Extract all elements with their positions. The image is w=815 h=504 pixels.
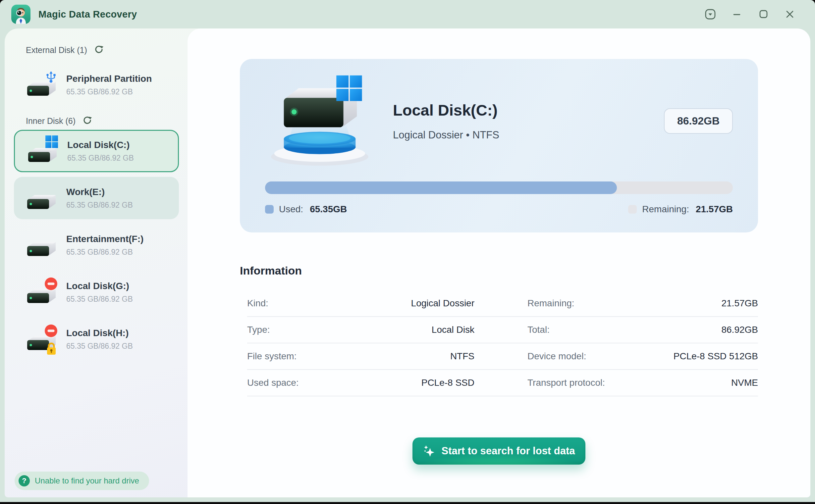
app-logo-icon [11, 5, 30, 24]
content-shell: External Disk (1) Peripheral Partition 6… [5, 28, 810, 497]
table-row: File system: NTFS Device model: PCLe-8 S… [247, 343, 758, 370]
help-find-drive-button[interactable]: ? Unable to find your hard drive [15, 472, 149, 490]
sparkles-icon [423, 445, 435, 457]
lock-icon [46, 342, 57, 356]
main-panel: Local Disk(C:) Logical Dossier • NTFS 86… [187, 28, 810, 497]
info-label: Device model: [528, 351, 631, 362]
information-heading: Information [240, 264, 758, 277]
start-search-label: Start to search for lost data [441, 445, 575, 457]
legend-used: Used: 65.35GB [265, 204, 347, 215]
capacity-badge[interactable]: 86.92GB [664, 108, 733, 134]
minimize-icon[interactable] [730, 8, 743, 21]
section-label: External Disk (1) [26, 45, 87, 55]
help-label: Unable to find your hard drive [35, 476, 139, 485]
menu-dropdown-icon[interactable] [704, 8, 717, 21]
drive-icon [25, 231, 60, 259]
info-label: File system: [247, 351, 330, 362]
used-swatch-icon [265, 205, 274, 214]
disk-capacity: 65.35 GB/86.92 GB [66, 295, 133, 304]
windows-icon [45, 135, 58, 148]
drive-icon [25, 184, 60, 212]
close-icon[interactable] [783, 8, 796, 21]
legend-remaining: Remaining: 21.57GB [628, 204, 733, 215]
disk-name: Local Disk(H:) [66, 328, 133, 338]
disk-name: Local Disk(G:) [66, 281, 133, 291]
remaining-value: 21.57GB [696, 204, 733, 215]
title-bar: Magic Data Recovery [0, 0, 815, 28]
table-row: Kind: Logical Dossier Remaining: 21.57GB [247, 290, 758, 317]
info-label: Transport protocol: [528, 378, 631, 388]
table-row: Type: Local Disk Total: 86.92GB [247, 317, 758, 343]
refresh-icon[interactable] [82, 115, 93, 126]
disk-subtitle: Logical Dossier • NTFS [393, 129, 499, 141]
sidebar: External Disk (1) Peripheral Partition 6… [5, 28, 187, 497]
info-value: PCLe-8 SSD [330, 378, 475, 388]
disk-summary-card: Local Disk(C:) Logical Dossier • NTFS 86… [240, 59, 758, 232]
section-external-disk: External Disk (1) [26, 44, 187, 56]
disk-capacity: 65.35 GB/86.92 GB [66, 342, 133, 351]
progress-fill [265, 181, 617, 194]
sidebar-item-entertainment-f[interactable]: Entertainment(F:) 65.35 GB/86.92 GB [14, 224, 179, 266]
remaining-label: Remaining: [642, 204, 689, 215]
refresh-icon[interactable] [94, 44, 105, 56]
disk-capacity: 65.35 GB/86.92 GB [66, 87, 152, 96]
drive-icon [25, 71, 60, 99]
info-value: Local Disk [330, 325, 475, 335]
section-inner-disk: Inner Disk (6) [26, 115, 187, 126]
disk-capacity: 65.35 GB/86.92 GB [66, 248, 143, 257]
sidebar-item-local-disk-c[interactable]: Local Disk(C:) 65.35 GB/86.92 GB [14, 130, 179, 172]
question-icon: ? [19, 475, 30, 486]
blocked-icon [44, 324, 58, 337]
section-label: Inner Disk (6) [26, 116, 76, 126]
sidebar-item-local-disk-g[interactable]: Local Disk(G:) 65.35 GB/86.92 GB [14, 271, 179, 313]
drive-icon [25, 325, 60, 353]
info-value: PCLe-8 SSD 512GB [631, 351, 758, 362]
info-value: NVME [631, 378, 758, 388]
remaining-swatch-icon [628, 205, 637, 214]
app-title: Magic Data Recovery [38, 9, 137, 20]
window-controls [704, 8, 804, 21]
drive-icon [26, 137, 61, 165]
information-table: Kind: Logical Dossier Remaining: 21.57GB… [247, 290, 758, 396]
info-label: Used space: [247, 378, 330, 388]
info-label: Kind: [247, 298, 330, 309]
used-value: 65.35GB [310, 204, 347, 215]
app-window: Magic Data Recovery External Disk [0, 0, 815, 502]
info-label: Type: [247, 325, 330, 335]
used-label: Used: [279, 204, 303, 215]
maximize-icon[interactable] [757, 8, 770, 21]
disk-title: Local Disk(C:) [393, 101, 499, 119]
disk-name: Peripheral Partition [66, 74, 152, 84]
sidebar-item-work-e[interactable]: Work(E:) 65.35 GB/86.92 GB [14, 177, 179, 219]
info-label: Remaining: [528, 298, 631, 309]
disk-capacity: 65.35 GB/86.92 GB [66, 201, 133, 210]
blocked-icon [44, 277, 58, 290]
disk-illustration [265, 73, 374, 169]
disk-capacity: 65.35 GB/86.92 GB [67, 154, 134, 163]
info-value: Logical Dossier [330, 298, 475, 309]
info-value: 21.57GB [631, 298, 758, 309]
info-value: NTFS [330, 351, 475, 362]
table-row: Used space: PCLe-8 SSD Transport protoco… [247, 370, 758, 396]
info-value: 86.92GB [631, 325, 758, 335]
sidebar-item-peripheral-partition[interactable]: Peripheral Partition 65.35 GB/86.92 GB [14, 64, 179, 106]
info-label: Total: [528, 325, 631, 335]
disk-name: Entertainment(F:) [66, 234, 143, 244]
sidebar-item-local-disk-h[interactable]: Local Disk(H:) 65.35 GB/86.92 GB [14, 318, 179, 360]
start-search-button[interactable]: Start to search for lost data [413, 437, 586, 465]
usage-progress-bar [265, 181, 733, 194]
usb-icon [44, 70, 58, 83]
drive-icon [25, 278, 60, 306]
disk-name: Local Disk(C:) [67, 140, 134, 150]
disk-name: Work(E:) [66, 187, 133, 197]
